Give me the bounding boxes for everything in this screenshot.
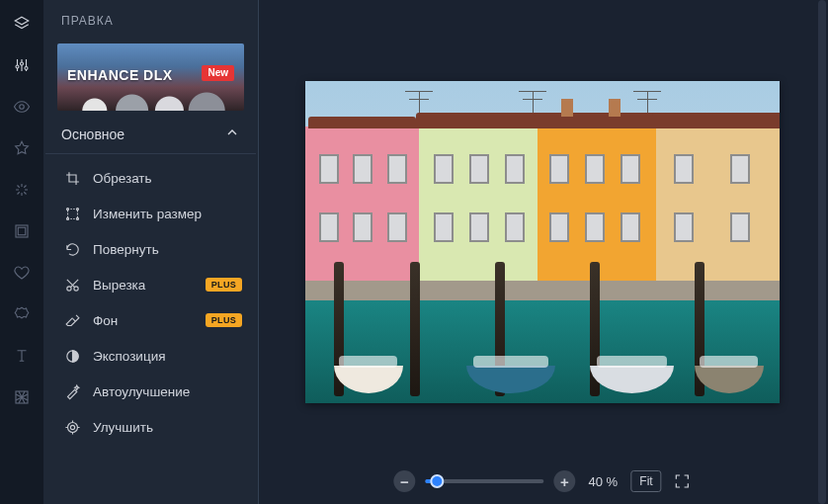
svg-rect-7: [67, 209, 77, 218]
heart-icon[interactable]: [12, 263, 32, 283]
plus-badge: PLUS: [206, 278, 242, 292]
fit-button[interactable]: Fit: [630, 470, 661, 492]
exposure-icon: [63, 347, 81, 365]
canvas-area: − + 40 % Fit: [259, 0, 828, 504]
crop-icon: [63, 169, 81, 187]
fullscreen-icon[interactable]: [672, 472, 694, 490]
tool-exposure[interactable]: Экспозиция: [49, 338, 252, 374]
zoom-value: 40 %: [585, 474, 621, 489]
svg-point-10: [66, 217, 68, 219]
tool-rotate[interactable]: Повернуть: [49, 231, 252, 267]
badge-new: New: [202, 65, 234, 81]
sliders-icon[interactable]: [12, 55, 32, 75]
text-icon[interactable]: [12, 346, 32, 366]
svg-point-2: [25, 67, 28, 70]
tool-label: Автоулучшение: [93, 384, 190, 399]
svg-point-15: [70, 425, 74, 429]
zoom-bar: − + 40 % Fit: [393, 470, 693, 492]
tool-resize[interactable]: Изменить размер: [49, 196, 252, 231]
plus-badge: PLUS: [206, 313, 242, 327]
zoom-in-button[interactable]: +: [553, 470, 575, 492]
svg-point-16: [67, 422, 77, 432]
canvas-scrollbar[interactable]: [818, 0, 826, 504]
svg-point-1: [21, 62, 24, 65]
enhance-icon: [63, 418, 81, 436]
svg-point-0: [16, 65, 19, 68]
frame-icon[interactable]: [12, 221, 32, 241]
layers-icon[interactable]: [12, 14, 32, 34]
tool-label: Улучшить: [93, 420, 153, 435]
star-icon[interactable]: [12, 138, 32, 158]
section-basic[interactable]: Основное: [45, 125, 256, 154]
tool-crop[interactable]: Обрезать: [49, 160, 252, 196]
chevron-up-icon: [224, 125, 240, 143]
tool-label: Вырезка: [93, 278, 145, 293]
svg-point-11: [76, 217, 78, 219]
sparkle-icon[interactable]: [12, 180, 32, 200]
tool-label: Фон: [93, 313, 118, 328]
tool-autoenhance[interactable]: Автоулучшение: [49, 374, 252, 409]
tool-label: Изменить размер: [93, 207, 202, 221]
tool-list: Обрезать Изменить размер Повернуть Вырез…: [43, 160, 258, 496]
cutout-icon: [63, 276, 81, 294]
edit-panel: ПРАВКА ENHANCE DLX New Основное Обрезать…: [43, 0, 259, 504]
tool-cutout[interactable]: Вырезка PLUS: [49, 267, 252, 302]
tool-label: Экспозиция: [93, 349, 166, 364]
panel-title: ПРАВКА: [43, 0, 258, 38]
eraser-icon: [63, 311, 81, 329]
banner-text: ENHANCE DLX: [67, 67, 173, 83]
image-preview[interactable]: [305, 81, 780, 403]
texture-icon[interactable]: [12, 387, 32, 407]
svg-point-3: [20, 105, 25, 110]
left-rail: [0, 0, 43, 504]
zoom-slider[interactable]: [425, 479, 543, 483]
tool-label: Повернуть: [93, 242, 159, 257]
autoenhance-icon: [63, 382, 81, 400]
rotate-icon: [63, 240, 81, 258]
zoom-out-button[interactable]: −: [393, 470, 415, 492]
svg-point-8: [66, 208, 68, 210]
tool-label: Обрезать: [93, 171, 152, 186]
tool-enhance[interactable]: Улучшить: [49, 409, 252, 445]
resize-icon: [63, 205, 81, 222]
tool-background[interactable]: Фон PLUS: [49, 302, 252, 338]
svg-rect-5: [18, 227, 26, 235]
section-title: Основное: [61, 126, 124, 142]
svg-point-9: [76, 208, 78, 210]
eye-icon[interactable]: [12, 97, 32, 117]
banner-enhance-dlx[interactable]: ENHANCE DLX New: [57, 43, 244, 111]
badge-icon[interactable]: [12, 304, 32, 324]
